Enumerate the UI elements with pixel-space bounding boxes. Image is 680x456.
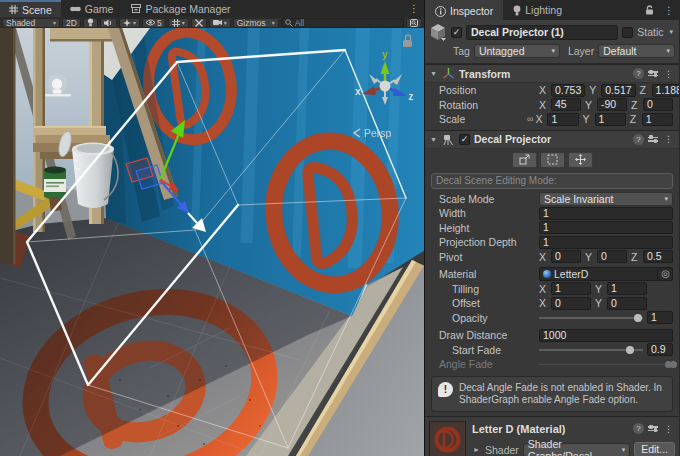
draw-mode-label: Shaded xyxy=(6,18,35,28)
y-axis-label: Y xyxy=(589,84,597,96)
scene-visibility-toggle[interactable]: 5 xyxy=(142,18,166,28)
scale-mode-dropdown[interactable]: Scale Invariant▾ xyxy=(539,192,673,206)
pivot-y-field[interactable]: 0 xyxy=(597,250,627,263)
shader-label: Shader xyxy=(485,444,519,456)
scene-viewport[interactable]: y x z Persp xyxy=(0,28,424,456)
inspector-lock-icon[interactable] xyxy=(640,0,659,20)
presets-icon[interactable] xyxy=(648,137,658,142)
search-jump-button[interactable] xyxy=(406,18,422,28)
material-object-field[interactable]: LetterD ◎ xyxy=(539,267,673,281)
projection-depth-row: Projection Depth 1 xyxy=(425,235,679,250)
decal-projector-title: Decal Projector xyxy=(474,133,629,145)
gizmos-dropdown[interactable]: Gizmos▾ xyxy=(233,18,279,28)
scene-effects-dropdown[interactable]: ▾ xyxy=(119,18,140,28)
decal-edit-mode-buttons xyxy=(425,149,679,170)
material-value: LetterD xyxy=(554,268,654,280)
offset-label: Offset xyxy=(439,297,539,309)
unity-editor-window: Scene Game Package Manager ⋮ Shaded▾ 2D … xyxy=(0,0,680,456)
start-fade-slider[interactable] xyxy=(539,343,643,356)
position-y-field[interactable]: 0.517 xyxy=(601,84,635,97)
projection-depth-label: Projection Depth xyxy=(439,236,539,248)
scene-lighting-toggle[interactable] xyxy=(83,18,98,28)
transform-title: Transform xyxy=(459,68,629,80)
tab-package-manager[interactable]: Package Manager xyxy=(122,0,239,17)
angle-fade-row: Angle Fade xyxy=(425,357,679,372)
start-fade-value-field[interactable]: 0.9 xyxy=(647,343,673,356)
pivot-x-field[interactable]: 0 xyxy=(551,250,581,263)
component-menu-icon[interactable]: ⋮ xyxy=(662,69,675,79)
caret-icon: ▾ xyxy=(272,19,275,26)
width-field[interactable]: 1 xyxy=(539,207,673,220)
camera-settings-dropdown[interactable]: ▾ xyxy=(209,18,231,28)
scene-search-input[interactable]: All xyxy=(281,18,404,28)
rotation-x-field[interactable]: 45 xyxy=(551,98,581,111)
scale-z-field[interactable]: 1 xyxy=(642,113,673,126)
component-menu-icon[interactable]: ⋮ xyxy=(662,134,675,144)
gameobject-name-field[interactable]: Decal Projector (1) xyxy=(466,25,618,40)
z-axis-label: Z xyxy=(631,251,639,263)
pivot-edit-mode-button[interactable] xyxy=(568,152,593,168)
transform-header[interactable]: ▼ Transform ? ⋮ xyxy=(425,64,679,83)
shader-edit-button[interactable]: Edit... xyxy=(634,442,675,456)
object-picker-icon[interactable]: ◎ xyxy=(657,268,670,280)
hidden-count: 5 xyxy=(157,18,162,28)
package-icon xyxy=(131,4,141,13)
rotation-z-field[interactable]: 0 xyxy=(643,98,673,111)
height-field[interactable]: 1 xyxy=(539,221,673,234)
static-caret-icon[interactable]: ▾ xyxy=(667,28,675,36)
tab-scene[interactable]: Scene xyxy=(0,0,61,17)
static-label: Static xyxy=(637,26,663,38)
gameobject-header: ✓ Decal Projector (1) Static ▾ Tag Untag… xyxy=(425,20,679,64)
scale-y-field[interactable]: 1 xyxy=(595,113,626,126)
projection-depth-field[interactable]: 1 xyxy=(539,236,673,249)
component-enabled-checkbox[interactable]: ✓ xyxy=(459,134,470,145)
tab-game[interactable]: Game xyxy=(61,0,123,17)
scale-x-field[interactable]: 1 xyxy=(547,113,578,126)
draw-mode-dropdown[interactable]: Shaded▾ xyxy=(2,18,60,28)
opacity-value-field[interactable]: 1 xyxy=(647,311,673,324)
editor-tools-button[interactable] xyxy=(191,18,207,28)
layer-dropdown[interactable]: Default▾ xyxy=(598,44,675,58)
help-icon[interactable]: ? xyxy=(633,423,644,434)
draw-distance-field[interactable]: 1000 xyxy=(539,329,673,342)
grid-settings-dropdown[interactable]: ▾ xyxy=(168,18,189,28)
help-icon[interactable]: ? xyxy=(633,68,644,79)
active-checkbox[interactable]: ✓ xyxy=(451,27,462,38)
gameobject-cube-icon[interactable] xyxy=(429,23,447,41)
crop-edit-mode-button[interactable] xyxy=(540,152,565,168)
material-thumbnail[interactable] xyxy=(429,421,466,456)
static-checkbox[interactable] xyxy=(622,27,633,38)
position-z-field[interactable]: 1.188 xyxy=(652,84,679,97)
gamepad-icon xyxy=(70,5,81,13)
tiling-y-field[interactable]: 1 xyxy=(607,282,647,295)
decal-projector-header[interactable]: ▼ ✓ Decal Projector ? ⋮ xyxy=(425,130,679,149)
position-x-field[interactable]: 0.753 xyxy=(551,84,585,97)
search-square-icon xyxy=(410,19,418,27)
material-section: Letter D (Material) ? ⋮ ► Shader Shader … xyxy=(425,416,679,456)
opacity-slider[interactable] xyxy=(539,311,643,324)
inspector-menu-icon[interactable]: ⋮ xyxy=(659,0,679,20)
pivot-z-field[interactable]: 0.5 xyxy=(643,250,673,263)
scene-pane-menu-icon[interactable]: ⋮ xyxy=(404,0,424,17)
rotation-y-field[interactable]: -90 xyxy=(597,98,627,111)
shader-dropdown[interactable]: Shader Graphs/Decal▾ xyxy=(523,443,630,456)
presets-icon[interactable] xyxy=(648,426,658,431)
tab-inspector[interactable]: Inspector xyxy=(425,0,503,20)
tab-lighting[interactable]: Lighting xyxy=(503,0,572,20)
tiling-x-field[interactable]: 1 xyxy=(551,282,591,295)
width-row: Width 1 xyxy=(425,206,679,221)
foldout-icon[interactable]: ▼ xyxy=(429,70,438,77)
2d-toggle[interactable]: 2D xyxy=(62,18,81,28)
presets-icon[interactable] xyxy=(648,71,658,76)
scene-audio-toggle[interactable] xyxy=(100,18,117,28)
offset-x-field[interactable]: 0 xyxy=(551,297,591,310)
offset-y-field[interactable]: 0 xyxy=(607,297,647,310)
foldout-icon[interactable]: ▼ xyxy=(429,136,438,143)
tag-dropdown[interactable]: Untagged▾ xyxy=(474,44,560,58)
scale-edit-mode-button[interactable] xyxy=(512,152,537,168)
constrain-proportions-icon[interactable]: ∞ xyxy=(527,114,533,124)
material-menu-icon[interactable]: ⋮ xyxy=(662,424,675,434)
help-icon[interactable]: ? xyxy=(633,134,644,145)
material-foldout-icon[interactable]: ► xyxy=(472,446,481,453)
persp-label: Persp xyxy=(364,127,392,139)
